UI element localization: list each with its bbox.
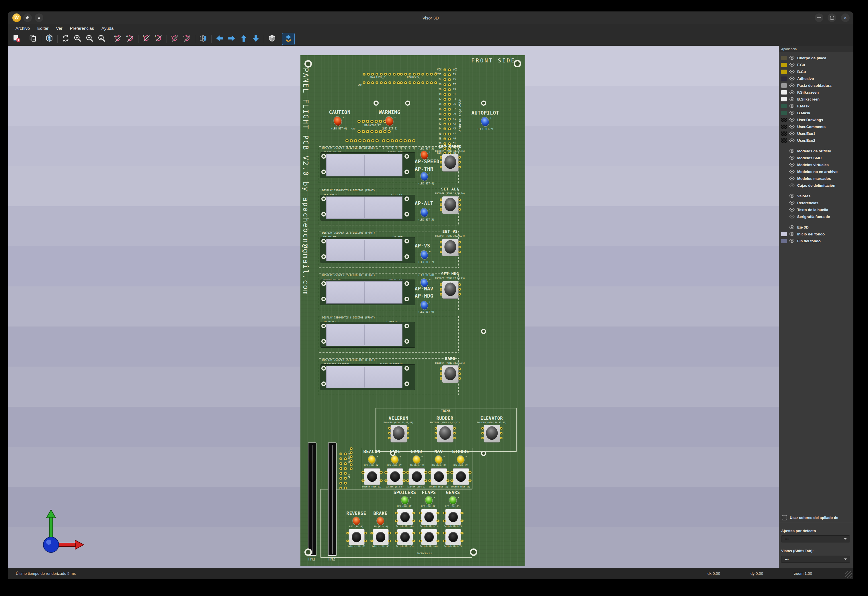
visibility-icon[interactable] [789,239,795,243]
row-modelos-smd[interactable]: Modelos SMD [779,154,853,161]
pan-down-button[interactable] [250,33,262,45]
visibility-icon[interactable] [789,201,795,205]
resize-grip[interactable] [845,571,852,578]
row-b-mask[interactable]: B.Mask [779,109,853,116]
row-valores[interactable]: Valores [779,192,853,199]
rotate-x-ccw-button[interactable]: X [124,33,136,45]
menu-ver[interactable]: Ver [52,24,66,32]
minimize-button[interactable] [815,13,823,22]
visibility-icon[interactable] [789,69,795,74]
visibility-off-icon[interactable] [789,183,795,187]
row-fin-del-fondo[interactable]: Fin del fondo [779,238,853,244]
refresh-button[interactable] [60,33,72,45]
color-swatch[interactable] [781,90,787,94]
rotate-z-ccw-button[interactable]: Z [181,33,193,45]
zoom-fit-button[interactable] [96,33,108,45]
appearance-layers-button[interactable] [282,33,294,45]
menu-ayuda[interactable]: Ayuda [98,24,117,32]
visibility-icon[interactable] [789,77,795,81]
row-modelos-virtuales[interactable]: Modelos virtuales [779,161,853,168]
color-swatch[interactable] [781,69,787,74]
row-b-cu[interactable]: B.Cu [779,68,853,75]
row-serigraf-a-fuera-de[interactable]: Serigrafía fuera de [779,213,853,220]
color-swatch[interactable] [781,56,787,60]
row-inicio-del-fondo[interactable]: Inicio del fondo [779,230,853,238]
visibility-off-icon[interactable] [789,214,795,219]
viewport-3d[interactable]: FRONT SIDE PANEL FLIGHT PCB V2.0 by apac… [8,46,779,568]
flip-board-button[interactable] [197,33,209,45]
visibility-icon[interactable] [789,176,795,181]
visibility-icon[interactable] [789,97,795,101]
maximize-button[interactable] [828,13,836,22]
visibility-icon[interactable] [789,63,795,67]
projection-cube-button[interactable] [266,33,278,45]
pan-right-button[interactable] [226,33,238,45]
pan-left-button[interactable] [214,33,226,45]
color-swatch[interactable] [781,97,787,101]
row-modelos-de-orificio[interactable]: Modelos de orificio [779,148,853,154]
row-cuerpo-de-placa[interactable]: Cuerpo de placa [779,55,853,61]
menu-archivo[interactable]: Archivo [12,24,34,32]
color-swatch[interactable] [781,131,787,136]
visibility-icon[interactable] [789,131,795,136]
color-swatch[interactable] [781,232,787,236]
stackup-colors-checkbox[interactable] [782,515,787,521]
zoom-in-button[interactable] [72,33,84,45]
visibility-icon[interactable] [789,138,795,143]
visibility-icon[interactable] [789,56,795,60]
color-swatch[interactable] [781,118,787,122]
export-image-button[interactable] [10,33,23,45]
row-user-drawings[interactable]: User.Drawings [779,116,853,123]
row-user-eco2[interactable]: User.Eco2 [779,137,853,144]
menu-editar[interactable]: Editar [34,24,52,32]
defaults-dropdown[interactable]: --- [781,535,850,543]
views-dropdown[interactable]: --- [781,556,850,563]
rotate-z-cw-button[interactable]: Z [169,33,181,45]
row-user-comments[interactable]: User.Comments [779,123,853,130]
menu-preferencias[interactable]: Preferencias [66,24,98,32]
row-modelos-marcados[interactable]: Modelos marcados [779,175,853,182]
visibility-icon[interactable] [789,125,795,129]
row-b-silkscreen[interactable]: B.Silkscreen [779,96,853,103]
row-texto-de-la-huella[interactable]: Texto de la huella [779,206,853,213]
copy-button[interactable] [27,33,39,45]
color-swatch[interactable] [781,83,787,88]
visibility-icon[interactable] [789,90,795,94]
color-swatch[interactable] [781,125,787,129]
row-pasta-de-soldadura[interactable]: Pasta de soldadura [779,82,853,89]
zoom-out-button[interactable] [84,33,96,45]
visibility-icon[interactable] [789,104,795,108]
visibility-icon[interactable] [789,118,795,122]
visibility-icon[interactable] [789,194,795,198]
color-swatch[interactable] [781,239,787,243]
color-swatch[interactable] [781,104,787,108]
row-f-cu[interactable]: F.Cu [779,61,853,68]
row-referencias[interactable]: Referencias [779,199,853,206]
row-modelos-no-en-archivo[interactable]: Modelos no en archivo [779,168,853,175]
close-button[interactable]: ✕ [841,13,850,22]
visibility-icon[interactable] [789,156,795,160]
row-user-eco1[interactable]: User.Eco1 [779,130,853,137]
visibility-icon[interactable] [789,225,795,229]
row-cajas-de-delimitaci-n[interactable]: Cajas de delimitación [779,182,853,189]
row-f-mask[interactable]: F.Mask [779,103,853,109]
visibility-icon[interactable] [789,232,795,236]
visibility-icon[interactable] [789,163,795,167]
row-adhesivo[interactable]: Adhesivo [779,75,853,82]
rotate-y-cw-button[interactable]: Y [140,33,152,45]
rotate-y-ccw-button[interactable]: Y [152,33,164,45]
color-swatch[interactable] [781,77,787,81]
color-swatch[interactable] [781,63,787,67]
visibility-icon[interactable] [789,83,795,88]
visibility-icon[interactable] [789,149,795,153]
color-swatch[interactable] [781,138,787,143]
visibility-icon[interactable] [789,111,795,115]
row-eje-3d[interactable]: Eje 3D [779,224,853,230]
color-swatch[interactable] [781,111,787,115]
render-3d-button[interactable] [43,33,55,45]
pan-up-button[interactable] [238,33,250,45]
rotate-x-cw-button[interactable]: X [112,33,124,45]
visibility-icon[interactable] [789,170,795,174]
row-f-silkscreen[interactable]: F.Silkscreen [779,89,853,96]
visibility-icon[interactable] [789,208,795,212]
